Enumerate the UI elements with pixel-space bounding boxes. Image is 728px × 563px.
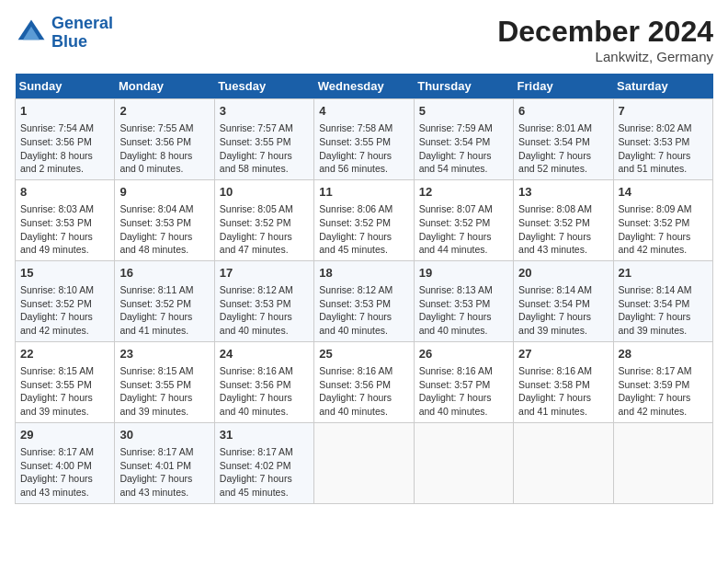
day-info: Sunrise: 7:57 AMSunset: 3:55 PMDaylight:… xyxy=(220,121,309,176)
location: Lankwitz, Germany xyxy=(497,49,713,64)
day-number: 28 xyxy=(619,346,708,362)
day-info: Sunrise: 8:01 AMSunset: 3:54 PMDaylight:… xyxy=(518,121,608,176)
day-info: Sunrise: 8:17 AMSunset: 4:00 PMDaylight:… xyxy=(20,445,109,500)
calendar-cell: 16Sunrise: 8:11 AMSunset: 3:52 PMDayligh… xyxy=(115,260,214,341)
day-info: Sunrise: 8:09 AMSunset: 3:52 PMDaylight:… xyxy=(619,202,708,257)
day-info: Sunrise: 8:15 AMSunset: 3:55 PMDaylight:… xyxy=(119,364,209,419)
col-header-sunday: Sunday xyxy=(16,74,115,99)
day-number: 13 xyxy=(518,184,608,201)
day-info: Sunrise: 8:03 AMSunset: 3:53 PMDaylight:… xyxy=(20,202,109,257)
day-info: Sunrise: 8:07 AMSunset: 3:52 PMDaylight:… xyxy=(419,202,508,257)
day-number: 2 xyxy=(119,103,209,120)
month-title: December 2024 xyxy=(497,15,713,49)
col-header-thursday: Thursday xyxy=(414,74,513,99)
col-header-tuesday: Tuesday xyxy=(214,74,313,99)
day-number: 1 xyxy=(20,103,109,120)
calendar-cell: 17Sunrise: 8:12 AMSunset: 3:53 PMDayligh… xyxy=(214,260,313,341)
calendar-cell: 18Sunrise: 8:12 AMSunset: 3:53 PMDayligh… xyxy=(314,260,414,341)
day-info: Sunrise: 8:16 AMSunset: 3:57 PMDaylight:… xyxy=(419,364,508,419)
col-header-saturday: Saturday xyxy=(613,74,712,99)
page-header: General Blue December 2024 Lankwitz, Ger… xyxy=(15,15,713,64)
day-number: 10 xyxy=(220,184,309,201)
day-number: 21 xyxy=(619,265,708,282)
calendar-body: 1Sunrise: 7:54 AMSunset: 3:56 PMDaylight… xyxy=(16,99,713,504)
day-info: Sunrise: 8:06 AMSunset: 3:52 PMDaylight:… xyxy=(319,202,408,257)
day-info: Sunrise: 8:11 AMSunset: 3:52 PMDaylight:… xyxy=(119,283,209,338)
calendar-cell: 28Sunrise: 8:17 AMSunset: 3:59 PMDayligh… xyxy=(613,341,712,422)
day-info: Sunrise: 8:17 AMSunset: 4:01 PMDaylight:… xyxy=(119,445,209,500)
calendar-cell: 24Sunrise: 8:16 AMSunset: 3:56 PMDayligh… xyxy=(214,341,313,422)
day-number: 25 xyxy=(319,346,408,362)
header-row: SundayMondayTuesdayWednesdayThursdayFrid… xyxy=(16,74,713,99)
day-info: Sunrise: 8:12 AMSunset: 3:53 PMDaylight:… xyxy=(319,283,408,338)
day-info: Sunrise: 8:02 AMSunset: 3:53 PMDaylight:… xyxy=(619,121,708,176)
calendar-week-4: 22Sunrise: 8:15 AMSunset: 3:55 PMDayligh… xyxy=(16,341,713,422)
calendar-cell: 12Sunrise: 8:07 AMSunset: 3:52 PMDayligh… xyxy=(414,179,513,260)
day-number: 8 xyxy=(20,184,109,201)
calendar-cell xyxy=(314,422,414,503)
calendar-cell: 10Sunrise: 8:05 AMSunset: 3:52 PMDayligh… xyxy=(214,179,313,260)
day-number: 22 xyxy=(20,346,109,362)
calendar-cell: 22Sunrise: 8:15 AMSunset: 3:55 PMDayligh… xyxy=(16,341,115,422)
day-info: Sunrise: 8:15 AMSunset: 3:55 PMDaylight:… xyxy=(20,364,109,419)
day-number: 4 xyxy=(319,103,408,120)
calendar-cell: 9Sunrise: 8:04 AMSunset: 3:53 PMDaylight… xyxy=(115,179,214,260)
logo-icon xyxy=(15,17,48,50)
day-number: 12 xyxy=(419,184,508,201)
calendar-cell: 13Sunrise: 8:08 AMSunset: 3:52 PMDayligh… xyxy=(514,179,613,260)
calendar-cell: 7Sunrise: 8:02 AMSunset: 3:53 PMDaylight… xyxy=(613,99,712,180)
calendar-cell: 14Sunrise: 8:09 AMSunset: 3:52 PMDayligh… xyxy=(613,179,712,260)
day-number: 7 xyxy=(619,103,708,120)
day-info: Sunrise: 7:54 AMSunset: 3:56 PMDaylight:… xyxy=(20,121,109,176)
calendar-week-5: 29Sunrise: 8:17 AMSunset: 4:00 PMDayligh… xyxy=(16,422,713,503)
calendar-cell: 15Sunrise: 8:10 AMSunset: 3:52 PMDayligh… xyxy=(16,260,115,341)
day-info: Sunrise: 7:55 AMSunset: 3:56 PMDaylight:… xyxy=(119,121,209,176)
day-info: Sunrise: 8:10 AMSunset: 3:52 PMDaylight:… xyxy=(20,283,109,338)
day-number: 29 xyxy=(20,427,109,443)
day-number: 19 xyxy=(419,265,508,282)
day-number: 18 xyxy=(319,265,408,282)
day-number: 27 xyxy=(518,346,608,362)
day-number: 14 xyxy=(619,184,708,201)
calendar-cell: 19Sunrise: 8:13 AMSunset: 3:53 PMDayligh… xyxy=(414,260,513,341)
calendar-cell: 6Sunrise: 8:01 AMSunset: 3:54 PMDaylight… xyxy=(514,99,613,180)
col-header-monday: Monday xyxy=(115,74,214,99)
logo-text: General Blue xyxy=(51,15,113,52)
day-info: Sunrise: 8:16 AMSunset: 3:56 PMDaylight:… xyxy=(319,364,408,419)
day-info: Sunrise: 8:17 AMSunset: 3:59 PMDaylight:… xyxy=(619,364,708,419)
calendar-cell: 30Sunrise: 8:17 AMSunset: 4:01 PMDayligh… xyxy=(115,422,214,503)
calendar-cell: 31Sunrise: 8:17 AMSunset: 4:02 PMDayligh… xyxy=(214,422,313,503)
calendar-cell: 21Sunrise: 8:14 AMSunset: 3:54 PMDayligh… xyxy=(613,260,712,341)
day-number: 23 xyxy=(119,346,209,362)
calendar-cell: 23Sunrise: 8:15 AMSunset: 3:55 PMDayligh… xyxy=(115,341,214,422)
calendar-cell: 25Sunrise: 8:16 AMSunset: 3:56 PMDayligh… xyxy=(314,341,414,422)
day-number: 6 xyxy=(518,103,608,120)
title-block: December 2024 Lankwitz, Germany xyxy=(497,15,713,64)
calendar-cell xyxy=(613,422,712,503)
day-info: Sunrise: 8:05 AMSunset: 3:52 PMDaylight:… xyxy=(220,202,309,257)
day-number: 5 xyxy=(419,103,508,120)
day-number: 3 xyxy=(220,103,309,120)
day-info: Sunrise: 8:16 AMSunset: 3:58 PMDaylight:… xyxy=(518,364,608,419)
day-number: 11 xyxy=(319,184,408,201)
day-info: Sunrise: 8:14 AMSunset: 3:54 PMDaylight:… xyxy=(619,283,708,338)
calendar-cell: 4Sunrise: 7:58 AMSunset: 3:55 PMDaylight… xyxy=(314,99,414,180)
calendar-week-1: 1Sunrise: 7:54 AMSunset: 3:56 PMDaylight… xyxy=(16,99,713,180)
calendar-cell: 27Sunrise: 8:16 AMSunset: 3:58 PMDayligh… xyxy=(514,341,613,422)
day-info: Sunrise: 7:58 AMSunset: 3:55 PMDaylight:… xyxy=(319,121,408,176)
day-info: Sunrise: 8:14 AMSunset: 3:54 PMDaylight:… xyxy=(518,283,608,338)
day-number: 30 xyxy=(119,427,209,443)
calendar-cell: 11Sunrise: 8:06 AMSunset: 3:52 PMDayligh… xyxy=(314,179,414,260)
day-info: Sunrise: 8:04 AMSunset: 3:53 PMDaylight:… xyxy=(119,202,209,257)
day-number: 17 xyxy=(220,265,309,282)
calendar-table: SundayMondayTuesdayWednesdayThursdayFrid… xyxy=(15,74,713,504)
calendar-cell: 26Sunrise: 8:16 AMSunset: 3:57 PMDayligh… xyxy=(414,341,513,422)
day-number: 24 xyxy=(220,346,309,362)
calendar-cell: 8Sunrise: 8:03 AMSunset: 3:53 PMDaylight… xyxy=(16,179,115,260)
day-number: 15 xyxy=(20,265,109,282)
day-info: Sunrise: 8:08 AMSunset: 3:52 PMDaylight:… xyxy=(518,202,608,257)
calendar-cell xyxy=(514,422,613,503)
calendar-cell xyxy=(414,422,513,503)
calendar-cell: 2Sunrise: 7:55 AMSunset: 3:56 PMDaylight… xyxy=(115,99,214,180)
calendar-header: SundayMondayTuesdayWednesdayThursdayFrid… xyxy=(16,74,713,99)
